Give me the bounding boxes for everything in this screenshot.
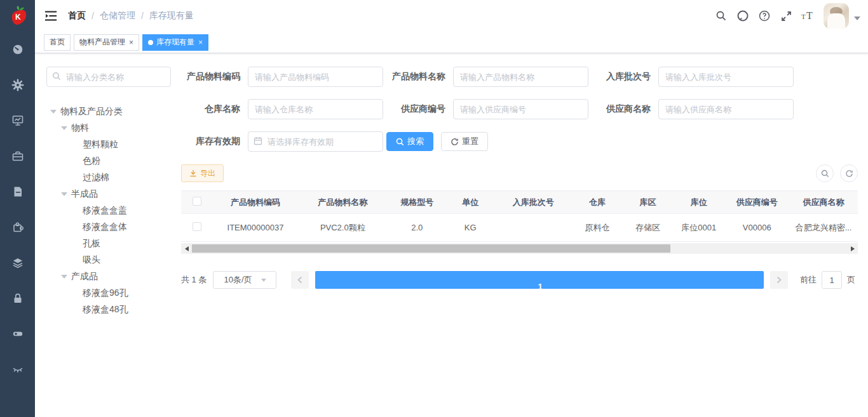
col-item-code: 产品物料编码 [214,191,297,214]
scrollbar-track[interactable] [192,243,847,254]
refresh-table-button[interactable] [840,164,858,182]
search-icon [52,72,61,83]
tree-node-label: 物料及产品分类 [60,106,123,117]
fullscreen-icon[interactable] [775,0,797,32]
table-horizontal-scrollbar[interactable] [181,243,858,254]
avatar[interactable] [824,3,849,29]
supplier-name-input[interactable] [658,99,794,119]
toggle-search-button[interactable] [816,164,834,182]
scroll-left-arrow-icon[interactable] [181,243,192,254]
tree-expand-icon[interactable] [61,192,67,196]
select-all-checkbox[interactable] [193,197,201,206]
dashboard-icon [11,43,24,56]
sidebar-item-eye-closed[interactable] [0,352,35,387]
sidebar-item-layers[interactable] [0,245,35,281]
inventory-content: 产品物料编码 产品物料名称 入库批次号 仓库名称 供应商编号 [181,67,858,417]
item-code-input[interactable] [248,67,383,87]
sidebar-collapse-icon[interactable] [44,9,58,23]
header-search-icon[interactable] [710,0,732,32]
tree-node-semi-finished[interactable]: 半成品 [46,186,171,202]
tab-label: 物料产品管理 [79,37,125,48]
search-icon [396,138,404,146]
page-size-select[interactable]: 10条/页 [213,271,276,289]
font-size-icon[interactable]: T T [797,0,818,32]
tree-node-tip[interactable]: 吸头 [46,252,171,268]
github-icon[interactable] [732,0,754,32]
tree-expand-icon[interactable] [61,275,67,279]
page-number-button[interactable]: 1 [315,271,764,289]
tree-node-label: 塑料颗粒 [83,139,118,150]
category-tree: 物料及产品分类 物料 塑料颗粒 色粉 过滤棉 半成品 [46,103,171,318]
calendar-icon [254,136,262,148]
next-page-button[interactable] [770,271,788,289]
sidebar-item-monitor[interactable] [0,103,35,138]
goto-page-input[interactable] [822,271,842,289]
navbar-right-actions: T T [710,0,868,32]
tree-node-label: 吸头 [83,255,100,266]
sidebar-item-briefcase[interactable] [0,138,35,174]
row-checkbox[interactable] [193,222,201,231]
stock-expiry-date-input[interactable] [248,131,383,152]
chevron-left-icon [297,276,302,284]
tree-expand-icon[interactable] [50,110,57,114]
refresh-icon [451,138,459,146]
tree-node-pigment[interactable]: 色粉 [46,153,171,169]
cell-spec-model: 2.0 [388,214,447,242]
sidebar-item-dashboard[interactable] [0,32,35,67]
tree-node-material[interactable]: 物料 [46,120,171,136]
query-buttons: 搜索 重置 [386,131,797,152]
reset-button[interactable]: 重置 [441,132,488,151]
item-name-input[interactable] [453,67,588,87]
field-label: 供应商编号 [386,103,453,115]
scrollbar-thumb[interactable] [192,244,670,253]
table-row[interactable]: ITEM00000037 PVC2.0颗粒 2.0 KG 原料仓 存储区 库位0… [181,214,858,242]
prev-page-button[interactable] [291,271,309,289]
breadcrumb-home[interactable]: 首页 [68,10,86,22]
supplier-code-input[interactable] [453,99,588,119]
help-icon[interactable] [754,0,775,32]
eye-closed-icon [11,363,24,376]
col-supplier-name: 供应商名称 [789,191,858,214]
tree-node-label: 半成品 [71,189,98,200]
tab-home[interactable]: 首页 [44,34,71,51]
tab-close-icon[interactable]: × [129,39,133,46]
app-logo[interactable]: K [0,0,35,32]
tab-material-product-mgmt[interactable]: 物料产品管理 × [74,34,139,51]
field-item-name: 产品物料名称 [386,67,592,87]
chevron-down-icon [854,17,860,20]
scroll-right-arrow-icon[interactable] [847,243,858,254]
tree-node-plastic-pellets[interactable]: 塑料颗粒 [46,136,171,153]
breadcrumb-separator: / [92,11,94,21]
user-menu[interactable] [824,3,860,29]
inventory-table: 产品物料编码 产品物料名称 规格型号 单位 入库批次号 仓库 库区 库位 供应商… [181,190,858,242]
sidebar-item-document[interactable] [0,174,35,209]
page-size-value: 10条/页 [224,274,252,286]
inbound-batch-input[interactable] [658,67,794,87]
tree-node-filter-cotton[interactable]: 过滤棉 [46,169,171,186]
breadcrumb-current: 库存现有量 [149,10,194,22]
sidebar-item-settings[interactable] [0,67,35,103]
tree-node-root[interactable]: 物料及产品分类 [46,103,171,120]
warehouse-name-input[interactable] [248,99,383,119]
tab-inventory-on-hand[interactable]: 库存现有量 × [142,34,208,51]
tree-node-finished[interactable]: 产成品 [46,268,171,285]
cell-supplier-name: 合肥龙兴精密... [789,214,858,242]
breadcrumb: 首页 / 仓储管理 / 库存现有量 [68,10,194,22]
tree-node-box-48[interactable]: 移液盒48孔 [46,301,171,318]
tree-node-hole-plate[interactable]: 孔板 [46,235,171,252]
tree-expand-icon[interactable] [61,126,67,130]
cell-warehouse: 原料仓 [572,214,622,242]
sidebar-item-lock[interactable] [0,281,35,316]
refresh-icon [845,169,853,178]
tab-close-icon[interactable]: × [198,39,203,46]
search-button[interactable]: 搜索 [386,132,433,151]
tab-label: 库存现有量 [156,37,194,48]
category-search-input[interactable] [46,67,171,87]
sidebar-item-puzzle[interactable] [0,209,35,245]
sidebar-item-toggle[interactable] [0,316,35,352]
export-button[interactable]: 导出 [181,164,224,182]
tree-node-box-lid[interactable]: 移液盒盒盖 [46,202,171,219]
tree-node-box-96[interactable]: 移液盒96孔 [46,285,171,301]
goto-label: 前往 [800,274,817,286]
tree-node-box-body[interactable]: 移液盒盒体 [46,219,171,235]
